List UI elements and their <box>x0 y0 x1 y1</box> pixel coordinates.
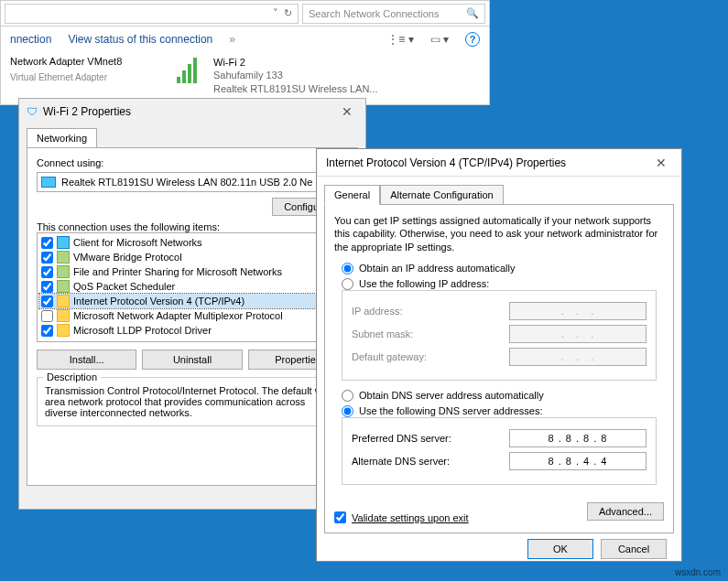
list-item[interactable]: Microsoft LLDP Protocol Driver <box>39 323 345 338</box>
item-label: Internet Protocol Version 4 (TCP/IPv4) <box>73 296 244 307</box>
chevron-down-icon[interactable]: ˅ <box>273 7 278 19</box>
network-connections-window: ˅ ↻ Search Network Connections 🔍 nnectio… <box>0 0 490 105</box>
menu-connection[interactable]: nnection <box>10 33 51 46</box>
wifi-device: Realtek RTL8191SU Wireless LAN... <box>213 82 378 95</box>
dialog-title: Wi-Fi 2 Properties <box>43 105 131 118</box>
preview-pane-icon[interactable]: ▭ ▾ <box>430 33 449 46</box>
connection-items-list[interactable]: Client for Microsoft NetworksVMware Brid… <box>37 232 348 342</box>
item-checkbox[interactable] <box>41 325 53 337</box>
search-input[interactable]: Search Network Connections 🔍 <box>302 4 485 24</box>
item-checkbox[interactable] <box>41 296 53 307</box>
tab-general[interactable]: General <box>324 185 380 205</box>
wifi-signal-icon <box>175 56 208 85</box>
protocol-icon <box>57 295 70 307</box>
help-icon[interactable]: ? <box>465 32 480 47</box>
radio-auto-ip-input[interactable] <box>342 263 353 274</box>
item-label: Client for Microsoft Networks <box>73 237 202 248</box>
item-label: QoS Packet Scheduler <box>73 281 175 292</box>
adapter-field[interactable]: Realtek RTL8191SU Wireless LAN 802.11n U… <box>37 172 348 192</box>
explorer-menu: nnection View status of this connection … <box>1 27 489 52</box>
protocol-icon <box>57 251 70 264</box>
item-checkbox[interactable] <box>41 310 53 322</box>
search-placeholder: Search Network Connections <box>309 8 439 19</box>
adapter-list: Network Adapter VMnet8 Virtual Ethernet … <box>1 52 489 99</box>
ip-address-label: IP address: <box>352 306 509 317</box>
description-text: Transmission Control Protocol/Internet P… <box>45 385 340 418</box>
description-legend: Description <box>43 371 101 382</box>
description-group: Description Transmission Control Protoco… <box>37 377 348 426</box>
validate-checkbox-row[interactable]: Validate settings upon exit <box>334 511 587 523</box>
list-item[interactable]: Client for Microsoft Networks <box>39 235 345 250</box>
cancel-button[interactable]: Cancel <box>601 539 667 559</box>
wifi-name: Wi-Fi 2 <box>213 56 378 69</box>
uninstall-button[interactable]: Uninstall <box>142 350 242 370</box>
radio-manual-ip-input[interactable] <box>342 278 353 290</box>
tab-networking[interactable]: Networking <box>27 128 97 147</box>
radio-auto-dns[interactable]: Obtain DNS server address automatically <box>342 390 664 402</box>
pref-dns-field[interactable]: 8 . 8 . 8 . 8 <box>509 429 647 447</box>
dialog-titlebar: 🛡 Wi-Fi 2 Properties ✕ <box>19 99 365 124</box>
advanced-button[interactable]: Advanced... <box>587 502 664 521</box>
dialog-titlebar: Internet Protocol Version 4 (TCP/IPv4) P… <box>317 149 681 177</box>
tab-alternate-config[interactable]: Alternate Configuration <box>380 185 504 205</box>
pref-dns-label: Preferred DNS server: <box>352 433 509 444</box>
protocol-icon <box>57 324 70 337</box>
radio-manual-dns[interactable]: Use the following DNS server addresses: <box>342 405 664 417</box>
ipv4-properties-dialog: Internet Protocol Version 4 (TCP/IPv4) P… <box>316 148 682 562</box>
list-item[interactable]: Internet Protocol Version 4 (TCP/IPv4) <box>39 294 345 308</box>
menu-view-status[interactable]: View status of this connection <box>68 33 212 46</box>
validate-checkbox[interactable] <box>334 511 346 523</box>
close-icon[interactable]: ✕ <box>336 104 358 119</box>
protocol-icon <box>57 265 70 278</box>
dialog-title: Internet Protocol Version 4 (TCP/IPv4) P… <box>326 156 566 169</box>
subnet-label: Subnet mask: <box>352 328 509 339</box>
general-panel: You can get IP settings assigned automat… <box>324 204 674 533</box>
adapter-name-text: Realtek RTL8191SU Wireless LAN 802.11n U… <box>61 177 312 188</box>
address-bar[interactable]: ˅ ↻ <box>5 4 299 24</box>
networking-panel: Connect using: Realtek RTL8191SU Wireles… <box>27 147 358 486</box>
item-label: VMware Bridge Protocol <box>73 252 182 263</box>
watermark: wsxdn.com <box>675 567 721 577</box>
adapter-wifi2[interactable]: Wi-Fi 2 Sahufamily 133 Realtek RTL8191SU… <box>175 56 378 95</box>
radio-auto-ip[interactable]: Obtain an IP address automatically <box>342 263 664 274</box>
item-label: Microsoft Network Adapter Multiplexor Pr… <box>73 310 283 321</box>
alt-dns-label: Alternate DNS server: <box>352 456 509 467</box>
radio-auto-dns-input[interactable] <box>342 390 353 402</box>
shield-icon: 🛡 <box>27 105 38 118</box>
list-item[interactable]: File and Printer Sharing for Microsoft N… <box>39 264 345 279</box>
gateway-field: . . . <box>509 348 647 366</box>
protocol-icon <box>57 280 70 293</box>
ip-address-field: . . . <box>509 302 647 320</box>
list-item[interactable]: VMware Bridge Protocol <box>39 250 345 264</box>
alt-dns-field[interactable]: 8 . 8 . 4 . 4 <box>509 452 647 470</box>
close-icon[interactable]: ✕ <box>650 156 672 170</box>
ip-group: IP address:. . . Subnet mask:. . . Defau… <box>342 290 657 381</box>
adapter-vmnet8[interactable]: Network Adapter VMnet8 Virtual Ethernet … <box>10 56 175 95</box>
install-button[interactable]: Install... <box>37 350 136 370</box>
chevron-right-icon[interactable]: » <box>229 33 235 46</box>
protocol-icon <box>57 309 70 322</box>
item-checkbox[interactable] <box>41 281 53 293</box>
item-checkbox[interactable] <box>41 252 53 264</box>
wifi-ssid: Sahufamily 133 <box>213 69 378 81</box>
adapter-sub: Virtual Ethernet Adapter <box>10 72 175 82</box>
refresh-icon[interactable]: ↻ <box>284 7 292 19</box>
item-checkbox[interactable] <box>41 237 53 249</box>
item-label: File and Printer Sharing for Microsoft N… <box>73 266 282 277</box>
info-text: You can get IP settings assigned automat… <box>334 214 664 253</box>
view-options-icon[interactable]: ⋮≡ ▾ <box>387 33 413 46</box>
list-item[interactable]: QoS Packet Scheduler <box>39 279 345 294</box>
protocol-icon <box>57 236 70 249</box>
search-icon[interactable]: 🔍 <box>466 7 479 19</box>
items-label: This connection uses the following items… <box>37 221 348 232</box>
dns-group: Preferred DNS server:8 . 8 . 8 . 8 Alter… <box>342 417 657 485</box>
adapter-icon <box>41 177 56 188</box>
ok-button[interactable]: OK <box>527 539 593 559</box>
list-item[interactable]: Microsoft Network Adapter Multiplexor Pr… <box>39 308 345 323</box>
radio-manual-dns-input[interactable] <box>342 405 353 417</box>
wifi-properties-dialog: 🛡 Wi-Fi 2 Properties ✕ Networking Connec… <box>18 98 366 510</box>
subnet-field: . . . <box>509 325 647 343</box>
explorer-toolbar: ˅ ↻ Search Network Connections 🔍 <box>1 1 489 27</box>
radio-manual-ip[interactable]: Use the following IP address: <box>342 278 664 290</box>
item-checkbox[interactable] <box>41 266 53 278</box>
